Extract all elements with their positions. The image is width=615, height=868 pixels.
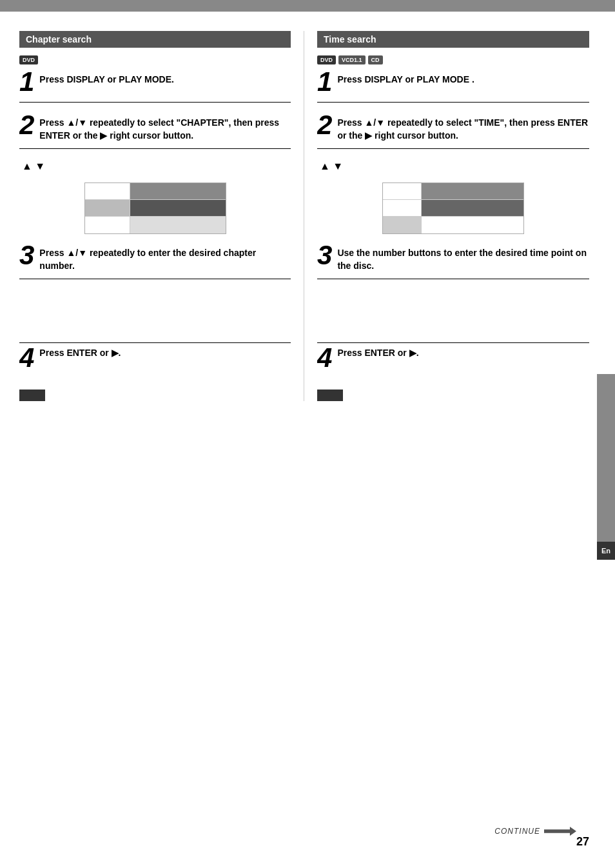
time-step4: 4 Press ENTER or ▶. xyxy=(317,342,589,378)
time-step1-text: Press DISPLAY or PLAY MODE . xyxy=(317,74,589,86)
ts-cell-2-right xyxy=(422,200,523,217)
page-number: 27 xyxy=(576,835,589,849)
screen-cell-1-right xyxy=(130,183,226,200)
dvd-badge-left: DVD xyxy=(19,55,38,64)
dvd-badge-right: DVD xyxy=(317,55,336,64)
chapter-step2: 2 Press ▲/▼ repeatedly to select "CHAPTE… xyxy=(19,114,291,149)
continue-arrow-icon xyxy=(544,827,576,836)
right-column: Time search DVD VCD1.1 CD 1 Press DISPLA… xyxy=(304,31,589,401)
chapter-step2-num: 2 xyxy=(19,114,34,139)
time-search-header: Time search xyxy=(317,31,589,48)
chapter-step3-num: 3 xyxy=(19,244,34,269)
chapter-step3-text: Press ▲/▼ repeatedly to enter the desire… xyxy=(19,247,291,272)
left-column: Chapter search DVD 1 Press DISPLAY or PL… xyxy=(19,31,304,401)
chapter-step1-text: Press DISPLAY or PLAY MODE. xyxy=(19,74,291,86)
time-step1: 1 Press DISPLAY or PLAY MODE . xyxy=(317,71,589,103)
time-step3: 3 Use the number buttons to enter the de… xyxy=(317,244,589,279)
screen-cell-2-right xyxy=(130,200,226,217)
chapter-step3: 3 Press ▲/▼ repeatedly to enter the desi… xyxy=(19,244,291,279)
right-tab xyxy=(597,374,615,542)
chapter-arrows: ▲ ▼ xyxy=(19,161,291,172)
time-spacer xyxy=(317,291,589,342)
top-bar xyxy=(0,0,615,12)
screen-cell-3-left xyxy=(85,217,130,233)
ts-row-1 xyxy=(383,183,523,200)
ts-cell-2-left xyxy=(383,200,422,217)
en-badge-text: En xyxy=(601,547,610,555)
ts-cell-3-right xyxy=(422,217,523,233)
screen-cell-1-left xyxy=(85,183,130,200)
chapter-step2-text: Press ▲/▼ repeatedly to select "CHAPTER"… xyxy=(19,117,291,142)
ts-cell-1-right xyxy=(422,183,523,200)
time-step3-num: 3 xyxy=(317,244,332,269)
time-step3-text: Use the number buttons to enter the desi… xyxy=(317,247,589,272)
chapter-step4-divider xyxy=(19,342,291,343)
continue-label: CONTINUE xyxy=(494,827,540,836)
cd-badge: CD xyxy=(368,55,383,64)
vcd-badge: VCD1.1 xyxy=(338,55,366,64)
chapter-badge-row: DVD xyxy=(19,55,291,64)
screen-cell-3-right xyxy=(130,217,226,233)
chapter-screen-mockup xyxy=(84,182,226,234)
screen-row-3 xyxy=(85,217,226,233)
time-step4-text: Press ENTER or ▶. xyxy=(317,347,589,360)
chapter-black-box xyxy=(19,390,45,401)
time-black-box xyxy=(317,390,343,401)
screen-cell-2-left xyxy=(85,200,130,217)
time-step1-num: 1 xyxy=(317,71,332,95)
ts-cell-3-left xyxy=(383,217,422,233)
time-screen-mockup xyxy=(382,182,524,234)
time-badge-row: DVD VCD1.1 CD xyxy=(317,55,589,64)
time-step4-divider xyxy=(317,342,589,343)
chapter-step4-text: Press ENTER or ▶. xyxy=(19,347,291,360)
screen-row-2 xyxy=(85,200,226,217)
chapter-search-header: Chapter search xyxy=(19,31,291,48)
time-step2: 2 Press ▲/▼ repeatedly to select "TIME",… xyxy=(317,114,589,149)
chapter-step1-num: 1 xyxy=(19,71,34,95)
continue-row: CONTINUE xyxy=(494,827,576,836)
en-badge: En xyxy=(597,542,615,560)
chapter-step4-num: 4 xyxy=(19,344,34,371)
chapter-step4: 4 Press ENTER or ▶. xyxy=(19,342,291,378)
main-content: Chapter search DVD 1 Press DISPLAY or PL… xyxy=(0,12,615,420)
ts-row-2 xyxy=(383,200,523,217)
time-step2-text: Press ▲/▼ repeatedly to select "TIME", t… xyxy=(317,117,589,142)
time-step4-num: 4 xyxy=(317,344,332,371)
time-arrows: ▲ ▼ xyxy=(317,161,589,172)
chapter-spacer xyxy=(19,291,291,342)
screen-row-1 xyxy=(85,183,226,200)
time-step2-num: 2 xyxy=(317,114,332,139)
ts-row-3 xyxy=(383,217,523,233)
ts-cell-1-left xyxy=(383,183,422,200)
chapter-step1: 1 Press DISPLAY or PLAY MODE. xyxy=(19,71,291,103)
